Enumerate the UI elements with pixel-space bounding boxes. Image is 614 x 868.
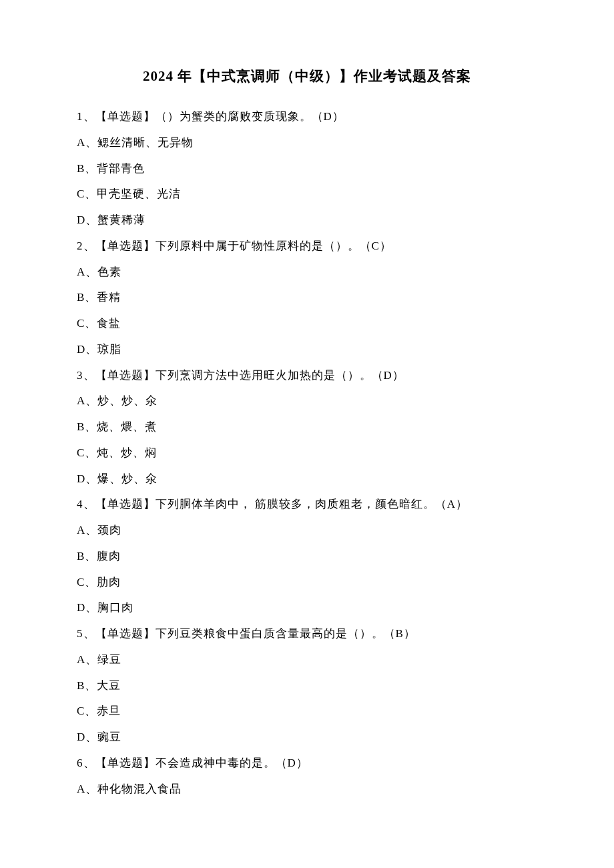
text-line: A、颈肉 (77, 518, 537, 544)
text-line: D、蟹黄稀薄 (77, 207, 537, 234)
text-line: C、炖、炒、焖 (77, 440, 537, 466)
text-line: A、色素 (77, 260, 537, 286)
text-line: 2、【单选题】下列原料中属于矿物性原料的是（）。（C） (77, 234, 537, 260)
text-line: C、甲壳坚硬、光洁 (77, 181, 537, 207)
doc-title: 2024 年【中式烹调师（中级）】作业考试题及答案 (77, 67, 537, 85)
text-line: C、食盐 (77, 311, 537, 337)
text-line: 5、【单选题】下列豆类粮食中蛋白质含量最高的是（）。（B） (77, 621, 537, 647)
text-line: B、腹肉 (77, 544, 537, 570)
doc-body: 1、【单选题】（）为蟹类的腐败变质现象。（D）A、鳃丝清晰、无异物B、背部青色C… (77, 104, 537, 802)
text-line: A、鳃丝清晰、无异物 (77, 130, 537, 156)
text-line: 1、【单选题】（）为蟹类的腐败变质现象。（D） (77, 104, 537, 130)
text-line: A、炒、炒、氽 (77, 388, 537, 414)
text-line: B、香精 (77, 285, 537, 311)
text-line: C、赤旦 (77, 699, 537, 725)
text-line: A、绿豆 (77, 647, 537, 673)
text-line: D、爆、炒、氽 (77, 466, 537, 492)
text-line: B、大豆 (77, 673, 537, 699)
text-line: 3、【单选题】下列烹调方法中选用旺火加热的是（）。（D） (77, 363, 537, 389)
text-line: C、肋肉 (77, 570, 537, 596)
text-line: A、种化物混入食品 (77, 777, 537, 803)
text-line: B、背部青色 (77, 156, 537, 182)
text-line: 4、【单选题】下列胴体羊肉中， 筋膜较多，肉质粗老，颜色暗红。（A） (77, 492, 537, 518)
text-line: 6、【单选题】不会造成神中毒的是。（D） (77, 751, 537, 777)
text-line: D、琼脂 (77, 337, 537, 363)
text-line: D、胸口肉 (77, 595, 537, 621)
text-line: D、豌豆 (77, 725, 537, 751)
text-line: B、烧、煨、煮 (77, 414, 537, 440)
